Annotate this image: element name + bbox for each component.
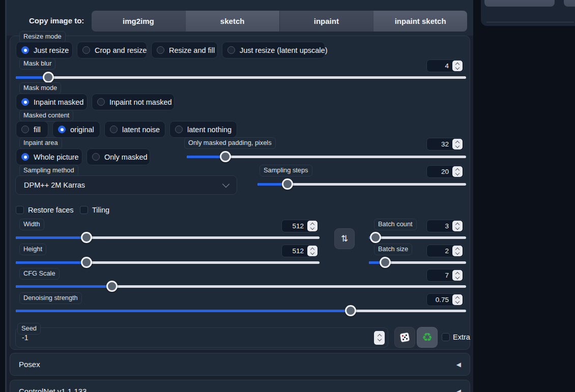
generate-panel-button-1[interactable] bbox=[484, 0, 555, 7]
number-spinner[interactable] bbox=[307, 246, 318, 256]
radio-just-resize-latent-upscale[interactable]: Just resize (latent upscale) bbox=[222, 42, 325, 58]
number-spinner[interactable] bbox=[452, 270, 463, 281]
resize-mode-label: Resize mode bbox=[19, 31, 66, 43]
number-spinner[interactable] bbox=[307, 221, 318, 231]
masked-content-label: Masked content bbox=[19, 110, 73, 122]
cfg-scale-number-input[interactable]: 7 bbox=[426, 269, 464, 282]
copy-target-button-group: img2img sketch inpaint inpaint sketch bbox=[92, 11, 467, 32]
number-spinner[interactable] bbox=[452, 294, 463, 305]
number-spinner[interactable] bbox=[452, 139, 463, 149]
seed-input[interactable]: -1 bbox=[15, 327, 388, 348]
height-number-input[interactable]: 512 bbox=[281, 245, 319, 257]
cfg-scale-label: CFG Scale bbox=[19, 268, 60, 280]
denoising-strength-number-input[interactable]: 0.75 bbox=[426, 293, 464, 306]
denoising-strength-label: Denoising strength bbox=[19, 292, 82, 304]
mask-mode-label: Mask mode bbox=[19, 82, 61, 94]
radio-resize-and-fill[interactable]: Resize and fill bbox=[151, 42, 218, 58]
slider-handle[interactable] bbox=[282, 178, 293, 190]
dice-icon bbox=[399, 331, 411, 343]
radio-latent-nothing[interactable]: latent nothing bbox=[169, 121, 237, 138]
tiling-checkbox[interactable] bbox=[80, 206, 88, 214]
restore-faces-checkbox[interactable] bbox=[16, 206, 24, 214]
controlnet-accordion[interactable]: ControlNet v1.1.133 ◀ bbox=[10, 380, 470, 392]
swap-width-height-button[interactable]: ⇅ bbox=[334, 228, 355, 249]
random-seed-button[interactable] bbox=[394, 327, 415, 348]
cfg-scale-slider[interactable] bbox=[16, 281, 466, 292]
number-spinner[interactable] bbox=[452, 166, 463, 177]
radio-inpaint-masked[interactable]: Inpaint masked bbox=[16, 94, 88, 110]
radio-icon bbox=[175, 126, 183, 133]
radio-icon bbox=[92, 153, 100, 161]
radio-icon bbox=[21, 153, 29, 161]
number-spinner[interactable] bbox=[374, 331, 385, 345]
radio-icon bbox=[157, 46, 164, 54]
slider-handle[interactable] bbox=[220, 151, 231, 162]
batch-count-number-input[interactable]: 3 bbox=[426, 220, 464, 232]
batch-size-label: Batch size bbox=[374, 244, 412, 255]
mask-blur-slider[interactable] bbox=[16, 72, 466, 83]
slider-handle[interactable] bbox=[81, 257, 92, 268]
sampling-steps-slider[interactable] bbox=[257, 179, 466, 190]
height-slider[interactable] bbox=[16, 257, 320, 268]
sampling-method-dropdown[interactable]: DPM++ 2M Karras bbox=[15, 175, 237, 195]
width-label: Width bbox=[19, 219, 44, 230]
radio-fill[interactable]: fill bbox=[16, 121, 48, 138]
mask-blur-label: Mask blur bbox=[19, 58, 55, 70]
radio-icon bbox=[82, 46, 90, 54]
number-spinner[interactable] bbox=[452, 221, 463, 231]
copy-to-inpaint-button[interactable]: inpaint bbox=[279, 11, 373, 32]
img2img-inpaint-settings-screen: Copy image to: img2img sketch inpaint in… bbox=[0, 0, 575, 392]
width-slider[interactable] bbox=[16, 232, 320, 243]
batch-count-label: Batch count bbox=[374, 219, 417, 230]
slider-track bbox=[16, 285, 466, 288]
radio-icon bbox=[110, 126, 118, 133]
collapse-triangle-icon: ◀ bbox=[456, 388, 461, 392]
posex-accordion[interactable]: Posex ◀ bbox=[10, 353, 470, 376]
extra-seed-checkbox[interactable] bbox=[442, 333, 450, 341]
radio-latent-noise[interactable]: latent noise bbox=[104, 121, 165, 138]
recycle-icon: ♻ bbox=[422, 331, 433, 343]
collapse-triangle-icon: ◀ bbox=[456, 361, 461, 368]
radio-just-resize[interactable]: Just resize bbox=[16, 42, 73, 58]
masked-padding-slider[interactable] bbox=[187, 152, 466, 162]
masked-padding-number-input[interactable]: 32 bbox=[426, 138, 464, 150]
generate-panel-divider bbox=[486, 22, 574, 22]
radio-crop-and-resize[interactable]: Crop and resize bbox=[77, 42, 147, 58]
slider-handle[interactable] bbox=[345, 305, 356, 316]
denoising-strength-slider[interactable] bbox=[16, 306, 466, 316]
restore-faces-label: Restore faces bbox=[28, 206, 73, 214]
sampling-steps-number-input[interactable]: 20 bbox=[426, 165, 464, 178]
number-spinner[interactable] bbox=[452, 61, 463, 71]
radio-icon bbox=[97, 98, 105, 106]
number-spinner[interactable] bbox=[452, 246, 463, 256]
slider-track bbox=[16, 261, 320, 264]
slider-handle[interactable] bbox=[370, 232, 381, 243]
copy-to-sketch-button[interactable]: sketch bbox=[185, 11, 279, 32]
slider-handle[interactable] bbox=[106, 281, 118, 292]
inpaint-area-label: Inpaint area bbox=[19, 137, 62, 149]
radio-whole-picture[interactable]: Whole picture bbox=[16, 148, 82, 165]
reuse-seed-button[interactable]: ♻ bbox=[417, 327, 438, 348]
swap-arrows-icon: ⇅ bbox=[341, 234, 348, 243]
radio-inpaint-not-masked[interactable]: Inpaint not masked bbox=[92, 94, 175, 110]
slider-handle[interactable] bbox=[81, 232, 92, 243]
mask-blur-number-input[interactable]: 4 bbox=[426, 59, 464, 72]
slider-handle[interactable] bbox=[380, 257, 391, 268]
slider-track bbox=[369, 236, 466, 239]
batch-size-number-input[interactable]: 2 bbox=[426, 245, 464, 257]
slider-handle[interactable] bbox=[43, 72, 54, 83]
radio-icon bbox=[21, 126, 29, 133]
radio-icon bbox=[21, 98, 29, 106]
radio-original[interactable]: original bbox=[52, 121, 100, 138]
copy-to-img2img-button[interactable]: img2img bbox=[92, 11, 185, 32]
copy-to-inpaint-sketch-button[interactable]: inpaint sketch bbox=[373, 11, 467, 32]
radio-only-masked[interactable]: Only masked bbox=[87, 148, 150, 165]
slider-track bbox=[16, 236, 320, 239]
batch-count-slider[interactable] bbox=[369, 232, 466, 243]
sampling-steps-label: Sampling steps bbox=[260, 165, 312, 176]
extra-seed-label: Extra bbox=[453, 333, 470, 341]
batch-size-slider[interactable] bbox=[369, 257, 466, 268]
width-number-input[interactable]: 512 bbox=[281, 220, 319, 232]
generate-panel-button-2[interactable] bbox=[564, 0, 575, 7]
sampling-method-label: Sampling method bbox=[19, 165, 78, 176]
